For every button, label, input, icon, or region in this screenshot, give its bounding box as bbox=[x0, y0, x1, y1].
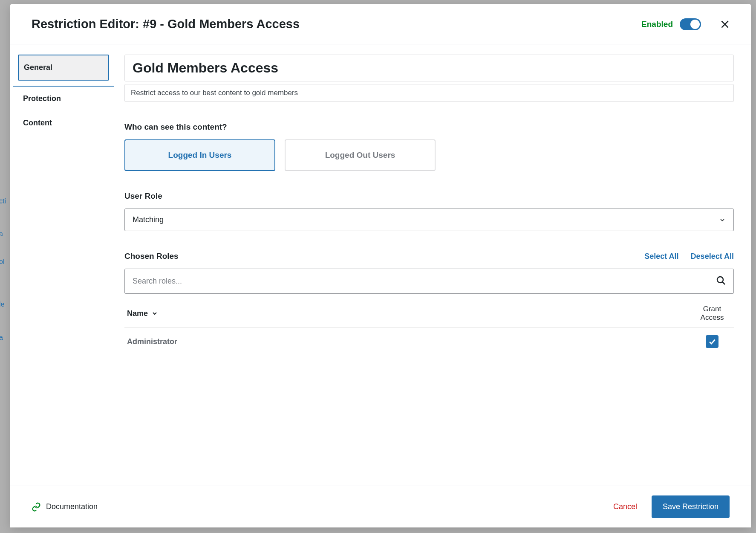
role-name: Administrator bbox=[127, 337, 177, 346]
visibility-options: Logged In Users Logged Out Users bbox=[124, 139, 734, 171]
roles-table-header: Name Grant Access bbox=[124, 300, 734, 327]
check-icon bbox=[708, 337, 716, 346]
tab-label: Protection bbox=[23, 94, 61, 103]
toggle-knob bbox=[690, 20, 700, 29]
sort-by-name[interactable]: Name bbox=[127, 309, 158, 318]
enabled-label: Enabled bbox=[641, 20, 673, 29]
column-header-grant-access: Grant Access bbox=[693, 305, 731, 322]
visibility-logged-out[interactable]: Logged Out Users bbox=[285, 139, 436, 171]
restriction-title-input[interactable] bbox=[124, 55, 734, 81]
grant-access-checkbox[interactable] bbox=[706, 335, 718, 348]
modal-title: Restriction Editor: #9 - Gold Members Ac… bbox=[32, 17, 641, 31]
search-icon bbox=[716, 275, 726, 287]
svg-point-2 bbox=[717, 277, 723, 283]
modal-footer: Documentation Cancel Save Restriction bbox=[10, 486, 751, 527]
tabs-sidebar: General Protection Content bbox=[10, 44, 117, 486]
chosen-roles-label: Chosen Roles bbox=[124, 252, 179, 261]
save-restriction-button[interactable]: Save Restriction bbox=[652, 495, 730, 518]
svg-line-3 bbox=[722, 282, 725, 284]
enabled-toggle[interactable] bbox=[680, 18, 701, 30]
user-role-select[interactable]: Matching bbox=[124, 209, 734, 231]
chevron-down-icon bbox=[719, 217, 726, 223]
deselect-all-link[interactable]: Deselect All bbox=[691, 252, 734, 261]
visibility-label: Who can see this content? bbox=[124, 122, 734, 132]
tab-general[interactable]: General bbox=[18, 55, 109, 81]
option-label: Logged Out Users bbox=[325, 151, 395, 160]
chosen-roles-header: Chosen Roles Select All Deselect All bbox=[124, 252, 734, 261]
table-row: Administrator bbox=[124, 327, 734, 356]
modal-body: General Protection Content Who can see t… bbox=[10, 44, 751, 486]
modal-header: Restriction Editor: #9 - Gold Members Ac… bbox=[10, 4, 751, 44]
tab-protection[interactable]: Protection bbox=[18, 87, 109, 111]
general-panel: Who can see this content? Logged In User… bbox=[117, 44, 751, 486]
link-icon bbox=[32, 502, 41, 512]
user-role-label: User Role bbox=[124, 191, 734, 201]
chevron-down-icon bbox=[151, 310, 158, 317]
enabled-toggle-group: Enabled bbox=[641, 18, 701, 30]
select-value: Matching bbox=[133, 215, 164, 224]
visibility-logged-in[interactable]: Logged In Users bbox=[124, 139, 275, 171]
search-roles-input[interactable] bbox=[124, 269, 734, 294]
tab-label: General bbox=[24, 63, 52, 72]
cancel-button[interactable]: Cancel bbox=[613, 502, 637, 511]
tab-label: Content bbox=[23, 119, 52, 127]
documentation-link[interactable]: Documentation bbox=[32, 502, 98, 512]
close-icon bbox=[719, 19, 730, 30]
column-header-name: Name bbox=[127, 309, 148, 318]
restriction-description-input[interactable] bbox=[124, 84, 734, 102]
footer-actions: Cancel Save Restriction bbox=[613, 495, 730, 518]
documentation-label: Documentation bbox=[46, 502, 98, 511]
select-all-link[interactable]: Select All bbox=[644, 252, 678, 261]
restriction-editor-modal: Restriction Editor: #9 - Gold Members Ac… bbox=[10, 4, 751, 527]
close-button[interactable] bbox=[718, 17, 732, 31]
tab-content[interactable]: Content bbox=[18, 111, 109, 135]
option-label: Logged In Users bbox=[168, 151, 232, 160]
